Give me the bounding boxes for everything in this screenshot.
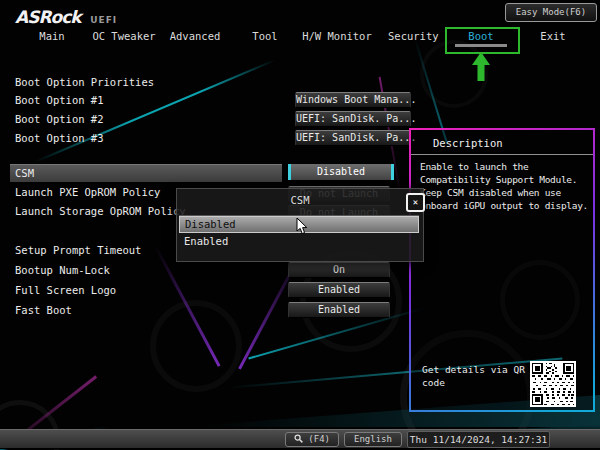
qr-code (530, 361, 576, 407)
easy-mode-button[interactable]: Easy Mode(F6) (505, 3, 597, 22)
search-icon (294, 434, 303, 443)
asrock-logo: ASRock (15, 7, 81, 27)
description-line: Compatibility Support Module. (420, 174, 577, 185)
fast-boot-value[interactable]: Enabled (288, 302, 390, 318)
brand-logo: ASRock UEFI (15, 7, 117, 27)
description-panel: Description Enable to launch the Compati… (409, 128, 595, 412)
row-label-launch-storage-oprom[interactable]: Launch Storage OpROM Policy (15, 205, 186, 217)
language-button[interactable]: English (344, 432, 402, 447)
tab-main[interactable]: Main (32, 30, 72, 42)
qr-caption-line: code (422, 377, 445, 388)
row-label-full-screen-logo[interactable]: Full Screen Logo (15, 284, 116, 296)
row-label-fast-boot[interactable]: Fast Boot (15, 304, 72, 316)
bios-screen: ASRock UEFI Easy Mode(F6) Main OC Tweake… (0, 0, 600, 450)
qr-caption-line: Get details via QR (422, 364, 525, 375)
row-label-boot-option-2[interactable]: Boot Option #2 (15, 113, 104, 125)
csm-popup-title: CSM (177, 194, 423, 206)
mouse-cursor-icon (296, 218, 308, 235)
description-line: Keep CSM disabled when use (420, 187, 561, 198)
description-line: onboard iGPU output to display. (420, 200, 588, 211)
csm-row-highlight[interactable]: CSM (10, 164, 282, 182)
full-screen-logo-value[interactable]: Enabled (288, 282, 390, 298)
description-line: Enable to launch the (420, 161, 528, 172)
green-arrow-annotation (472, 52, 490, 81)
row-label-boot-option-3[interactable]: Boot Option #3 (15, 132, 104, 144)
boot-tab-highlight-frame (445, 27, 520, 54)
row-label-setup-prompt-timeout[interactable]: Setup Prompt Timeout (15, 244, 141, 256)
section-title: Boot Option Priorities (15, 76, 154, 88)
tab-security[interactable]: Security (388, 30, 436, 42)
description-title: Description (433, 137, 503, 149)
tab-tool[interactable]: Tool (251, 30, 279, 42)
row-label-launch-pxe-oprom[interactable]: Launch PXE OpROM Policy (15, 186, 160, 198)
tab-exit[interactable]: Exit (539, 30, 567, 42)
tab-oc-tweaker[interactable]: OC Tweaker (89, 30, 159, 42)
tab-hw-monitor[interactable]: H/W Monitor (302, 30, 372, 42)
tab-advanced[interactable]: Advanced (167, 30, 223, 42)
row-label-boot-option-1[interactable]: Boot Option #1 (15, 94, 104, 106)
footer-bar: (F4) English Thu 11/14/2024, 14:27:31 (0, 429, 600, 449)
csm-value-button[interactable]: Disabled (288, 164, 394, 180)
boot-option-1-value[interactable]: Windows Boot Mana... (295, 92, 411, 108)
description-divider (411, 154, 593, 155)
popup-option-enabled[interactable]: Enabled (179, 233, 419, 250)
search-hotkey-label: (F4) (308, 434, 330, 444)
row-label-csm: CSM (15, 167, 34, 179)
close-icon[interactable]: ✕ (406, 193, 425, 212)
boot-option-3-value[interactable]: UEFI: SanDisk. Pa... (295, 130, 411, 146)
uefi-label: UEFI (90, 15, 117, 25)
datetime-display: Thu 11/14/2024, 14:27:31 (407, 431, 550, 448)
boot-option-2-value[interactable]: UEFI: SanDisk. Pa... (295, 111, 411, 127)
row-label-bootup-num-lock[interactable]: Bootup Num-Lock (15, 264, 110, 276)
search-button[interactable]: (F4) (285, 432, 339, 447)
bootup-num-lock-value[interactable]: On (288, 262, 390, 278)
